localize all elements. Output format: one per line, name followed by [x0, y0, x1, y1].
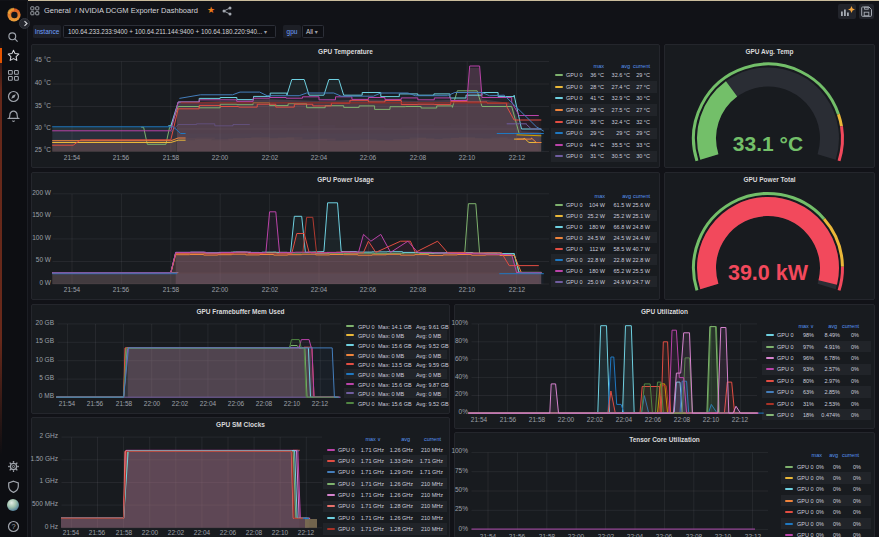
svg-text:33.1 °C: 33.1 °C — [733, 132, 803, 155]
svg-text:39.0 kW: 39.0 kW — [728, 261, 809, 285]
svg-text:?: ? — [11, 522, 15, 531]
